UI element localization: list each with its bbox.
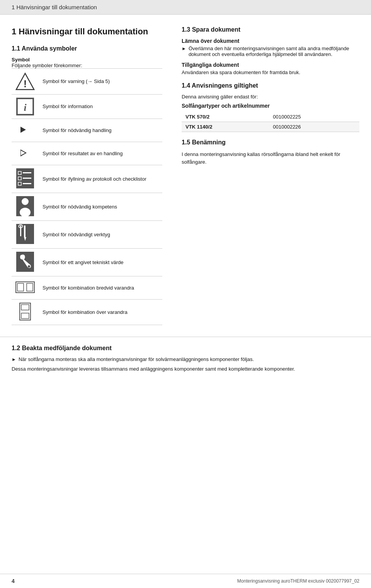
arrow-outline-icon bbox=[20, 149, 30, 158]
symbol-intro: Symbol Följande symboler förekommer: bbox=[12, 57, 162, 68]
section-1-2-bullet-text: När solfångarna monteras ska alla monter… bbox=[19, 356, 254, 362]
list-item: ! Symbol för varning (→ Sida 5) bbox=[12, 68, 162, 95]
combo-horizontal-icon bbox=[15, 281, 35, 294]
list-item: Symbol för nödvändigt verktyg bbox=[12, 221, 162, 249]
combo-h-label: Symbol för kombination bredvid varandra bbox=[39, 285, 162, 291]
combo-v-label: Symbol för kombination över varandra bbox=[39, 309, 162, 315]
table-cell-model: VTK 570/2 bbox=[182, 112, 269, 122]
footer-page-number: 4 bbox=[12, 578, 15, 584]
info-label: Symbol för information bbox=[39, 103, 162, 109]
person-svg bbox=[16, 196, 34, 216]
section-1-4: 1.4 Anvisningens giltighet Denna anvisni… bbox=[182, 82, 359, 132]
svg-marker-4 bbox=[20, 127, 26, 133]
combo-h-svg bbox=[15, 281, 35, 293]
article-table: VTK 570/20010002225VTK 1140/20010002226 bbox=[182, 112, 359, 132]
accessible-label: Tillgängliga dokument bbox=[182, 62, 359, 68]
svg-point-14 bbox=[22, 198, 29, 205]
section-1-4-title: 1.4 Anvisningens giltighet bbox=[182, 82, 359, 89]
page-footer: 4 Monteringsanvisning auroTHERM exclusiv… bbox=[0, 574, 371, 588]
person-icon bbox=[16, 196, 34, 217]
header-title: 1 Hänvisningar till dokumentation bbox=[12, 4, 97, 10]
combo-h-icon-cell bbox=[12, 281, 39, 294]
svg-rect-28 bbox=[21, 313, 29, 319]
arrow-outline-svg bbox=[20, 149, 30, 157]
table-title: Solfångartyper och artikelnummer bbox=[182, 103, 359, 109]
arrow-outline-icon-cell bbox=[12, 149, 39, 158]
arrow-right-label: Symbol för nödvändig handling bbox=[39, 127, 162, 133]
section-1-5-title: 1.5 Benämning bbox=[182, 139, 359, 146]
footer-doc-ref: Monteringsanvisning auroTHERM exclusiv 0… bbox=[237, 578, 359, 584]
list-item: Symbol för nödvändig kompetens bbox=[12, 193, 162, 221]
tools-icon bbox=[16, 224, 34, 245]
left-column: 1 Hänvisningar till dokumentation 1.1 An… bbox=[12, 26, 174, 325]
svg-rect-8 bbox=[23, 172, 31, 173]
handover-bullet: ► Överlämna den här monteringsanvisninge… bbox=[182, 46, 359, 57]
svg-rect-12 bbox=[23, 183, 31, 184]
table-row: VTK 1140/20010002226 bbox=[182, 122, 359, 132]
combo-v-icon-cell bbox=[12, 303, 39, 322]
list-item: Symbol för kombination bredvid varandra bbox=[12, 276, 162, 300]
subsection-1-1-title: 1.1 Använda symboler bbox=[12, 45, 162, 52]
warning-icon-cell: ! bbox=[12, 72, 39, 91]
section-1-3: 1.3 Spara dokument Lämna över dokument ►… bbox=[182, 26, 359, 75]
list-item: Symbol för ifyllning av protokoll och ch… bbox=[12, 165, 162, 193]
symbol-list: ! Symbol för varning (→ Sida 5) bbox=[12, 68, 162, 325]
section-1-5: 1.5 Benämning I denna monteringsanvisnin… bbox=[182, 139, 359, 166]
table-row: VTK 570/20010002225 bbox=[182, 112, 359, 122]
page-header: 1 Hänvisningar till dokumentation bbox=[0, 0, 371, 15]
list-item: Symbol för ett angivet tekniskt värde bbox=[12, 249, 162, 276]
svg-point-22 bbox=[28, 265, 30, 268]
table-cell-model: VTK 1140/2 bbox=[182, 122, 269, 132]
wrench-icon-cell bbox=[12, 252, 39, 273]
svg-rect-19 bbox=[20, 225, 21, 236]
section-1-3-title: 1.3 Spara dokument bbox=[182, 26, 359, 33]
svg-rect-10 bbox=[23, 178, 31, 179]
list-item: Symbol för nödvändig handling bbox=[12, 119, 162, 142]
warning-triangle-svg: ! bbox=[15, 72, 35, 91]
info-box-svg: i bbox=[17, 98, 33, 115]
section-1-2-bullet-arrow-icon: ► bbox=[12, 357, 16, 362]
symbol-intro-label: Symbol bbox=[12, 57, 30, 63]
info-icon: i bbox=[16, 98, 34, 115]
section-1-5-text: I denna monteringsanvisning kallas rörso… bbox=[182, 151, 359, 166]
checklist-icon bbox=[16, 168, 34, 190]
content-area: 1 Hänvisningar till dokumentation 1.1 An… bbox=[0, 15, 371, 337]
handover-bullet-text: Överlämna den här monteringsanvisningen … bbox=[189, 46, 359, 57]
arrow-right-icon bbox=[20, 126, 30, 135]
wrench-icon bbox=[16, 252, 34, 273]
arrow-right-icon-cell bbox=[12, 126, 39, 135]
svg-rect-17 bbox=[24, 225, 26, 237]
table-cell-article: 0010002225 bbox=[269, 112, 359, 122]
svg-text:i: i bbox=[24, 102, 26, 113]
section-1-2: 1.2 Beakta medföljande dokument ► När so… bbox=[0, 337, 371, 385]
accessible-block: Tillgängliga dokument Användaren ska spa… bbox=[182, 62, 359, 75]
main-section-title: 1 Hänvisningar till dokumentation bbox=[12, 26, 162, 37]
arrow-right-svg bbox=[20, 126, 30, 134]
svg-rect-27 bbox=[21, 305, 29, 310]
info-icon-cell: i bbox=[12, 98, 39, 115]
list-item: Symbol för kombination över varandra bbox=[12, 300, 162, 325]
section-1-2-title: 1.2 Beakta medföljande dokument bbox=[12, 345, 359, 352]
svg-rect-24 bbox=[17, 283, 24, 291]
tools-icon-cell bbox=[12, 224, 39, 245]
bullet-arrow-icon: ► bbox=[182, 46, 186, 51]
combo-vertical-icon bbox=[19, 303, 31, 322]
checklist-icon-cell bbox=[12, 168, 39, 190]
arrow-outline-label: Symbol för resultatet av en handling bbox=[39, 151, 162, 156]
svg-rect-25 bbox=[27, 283, 33, 291]
wrench-label: Symbol för ett angivet tekniskt värde bbox=[39, 259, 162, 265]
tools-label: Symbol för nödvändigt verktyg bbox=[39, 232, 162, 237]
section-1-2-body: Dessa monteringsanvisningar levereras ti… bbox=[12, 365, 359, 373]
symbol-intro-text: Följande symboler förekommer: bbox=[12, 63, 82, 68]
tools-svg bbox=[16, 224, 34, 244]
section-1-2-bullet: ► När solfångarna monteras ska alla mont… bbox=[12, 356, 359, 362]
section-1-4-intro: Denna anvisning gäller endast för: bbox=[182, 94, 359, 100]
warning-label: Symbol för varning (→ Sida 5) bbox=[39, 78, 162, 84]
person-icon-cell bbox=[12, 196, 39, 217]
wrench-svg bbox=[16, 252, 34, 272]
checklist-label: Symbol för ifyllning av protokoll och ch… bbox=[39, 176, 162, 182]
svg-text:!: ! bbox=[24, 78, 27, 90]
svg-marker-5 bbox=[20, 150, 26, 156]
handover-label: Lämna över dokument bbox=[182, 38, 359, 44]
right-column: 1.3 Spara dokument Lämna över dokument ►… bbox=[174, 26, 359, 325]
